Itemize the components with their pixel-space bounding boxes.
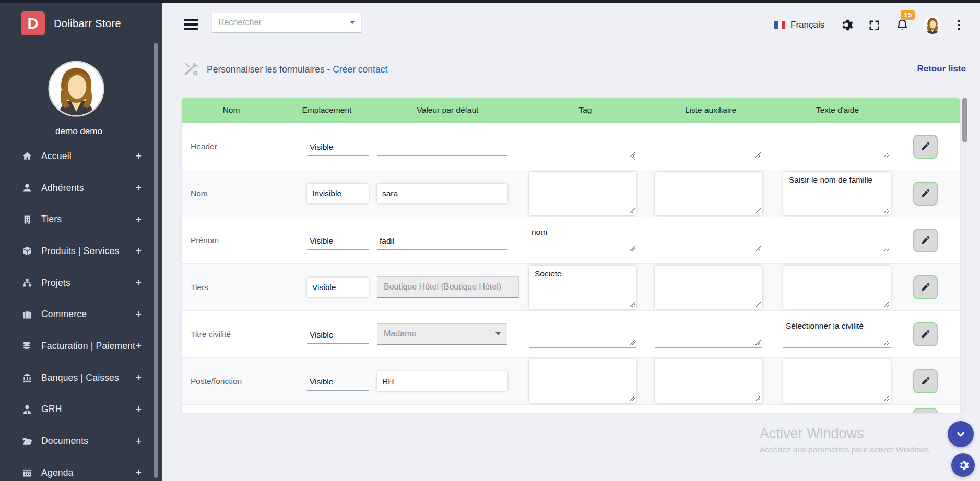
aux-list-textarea[interactable] (655, 226, 762, 254)
edit-button[interactable] (913, 275, 938, 299)
sitemap-icon (21, 278, 33, 288)
user-avatar-topbar[interactable] (923, 16, 942, 34)
expand-plus-icon[interactable]: + (135, 404, 142, 415)
edit-button[interactable] (913, 229, 938, 252)
table-scrollbar[interactable] (962, 98, 967, 413)
field-label: Poste/fonction (182, 377, 281, 386)
sidebar-item-accueil[interactable]: Accueil + (0, 140, 158, 172)
edit-button[interactable] (913, 369, 938, 393)
placement-input[interactable]: Invisible (307, 184, 369, 203)
default-value-select-disabled: Madame (377, 323, 507, 345)
expand-plus-icon[interactable]: + (135, 372, 142, 383)
sidebar-item-produits-services[interactable]: Produits | Services + (0, 235, 158, 267)
placement-input[interactable]: Visible (307, 278, 369, 297)
hamburger-menu-icon[interactable] (184, 19, 198, 30)
sidebar-item-projets[interactable]: Projets + (0, 267, 158, 299)
settings-fab[interactable] (951, 453, 975, 477)
expand-plus-icon[interactable]: + (135, 214, 142, 225)
creer-contact-link[interactable]: Créer contact (333, 64, 387, 75)
expand-plus-icon[interactable]: + (135, 467, 142, 478)
briefcase-icon (21, 309, 33, 320)
help-text-textarea[interactable] (783, 226, 891, 254)
french-flag-icon (774, 21, 786, 29)
tag-textarea[interactable]: nom (529, 226, 636, 254)
placement-input[interactable]: Visible (307, 137, 369, 156)
topbar-right-cluster: Français 15 (774, 14, 962, 37)
tag-textarea[interactable]: Societe (529, 266, 636, 309)
sidebar-item-banques[interactable]: Banques | Caisses + (0, 362, 158, 394)
sidebar-item-facturation[interactable]: Facturation | Paiement + (0, 330, 158, 362)
default-value-input[interactable]: sara (377, 184, 507, 203)
placement-input[interactable]: Visible (307, 325, 369, 344)
window-top-strip (0, 0, 980, 3)
back-to-list-link[interactable]: Retour liste (917, 64, 966, 74)
sidebar-item-agenda[interactable]: Agenda + (0, 457, 158, 481)
table-header-row: Nom Emplacement Valeur par dèfaut Tag Li… (182, 98, 960, 123)
global-search-combo[interactable] (211, 13, 362, 33)
tag-textarea[interactable] (529, 172, 636, 215)
sidebar-item-commerce[interactable]: Commerce + (0, 298, 158, 330)
edit-button[interactable] (913, 408, 938, 413)
expand-plus-icon[interactable]: + (135, 182, 142, 194)
expand-plus-icon[interactable]: + (135, 277, 142, 288)
edit-button[interactable] (913, 182, 938, 206)
expand-plus-icon[interactable]: + (135, 436, 142, 447)
fullscreen-icon[interactable] (868, 19, 880, 31)
sidebar-item-grh[interactable]: GRH + (0, 394, 158, 426)
notifications-bell-icon[interactable]: 15 (895, 18, 909, 32)
placement-input[interactable]: Visible (307, 372, 369, 391)
help-text-textarea[interactable]: Sélectionner la civilité (783, 320, 891, 348)
help-text-textarea[interactable] (783, 133, 891, 160)
aux-list-textarea[interactable] (655, 320, 762, 348)
help-text-textarea[interactable] (783, 266, 891, 309)
aux-list-textarea[interactable] (655, 172, 762, 215)
settings-gear-icon[interactable] (840, 18, 853, 32)
more-options-kebab-icon[interactable] (955, 19, 962, 32)
expand-plus-icon[interactable]: + (135, 309, 142, 320)
scroll-down-fab[interactable] (948, 421, 974, 447)
edit-button[interactable] (913, 135, 938, 159)
page-title: Personnaliser les formulaires - Créer co… (207, 64, 387, 75)
aux-list-textarea[interactable] (655, 133, 762, 160)
sidebar-item-tiers[interactable]: Tiers + (0, 203, 158, 235)
calendar-icon (21, 467, 33, 478)
default-value-input[interactable]: fadil (377, 231, 507, 250)
sidebar-item-adherents[interactable]: Adhérents + (0, 172, 158, 204)
tag-textarea[interactable] (529, 320, 636, 348)
expand-plus-icon[interactable]: + (135, 340, 142, 352)
home-icon (21, 151, 33, 161)
col-header-valeur: Valeur par dèfaut (373, 105, 523, 115)
col-header-tag: Tag (523, 105, 648, 115)
member-icon (21, 183, 33, 193)
user-avatar-large[interactable] (48, 61, 104, 117)
default-value-select-disabled: Boutique Hôtel (Boutique Hôtel) (377, 276, 519, 298)
search-input[interactable] (218, 18, 350, 27)
table-row: Prénom Visible fadil nom (182, 217, 960, 263)
edit-button[interactable] (913, 322, 938, 346)
expand-plus-icon[interactable]: + (135, 150, 142, 162)
select-caret-icon (495, 332, 501, 335)
tag-textarea[interactable] (529, 133, 636, 160)
sidebar-item-documents[interactable]: Documents + (0, 425, 158, 457)
default-value-input[interactable] (377, 137, 507, 156)
field-label: Titre civilité (182, 330, 281, 339)
expand-plus-icon[interactable]: + (135, 245, 142, 257)
aux-list-textarea[interactable] (655, 266, 762, 309)
tag-textarea[interactable] (529, 359, 636, 403)
default-value-input[interactable]: RH (377, 371, 507, 391)
brand[interactable]: D Dolibarr Store (21, 11, 121, 35)
windows-activation-watermark: Activer Windows Accédez aux paramètres p… (760, 426, 931, 454)
help-text-textarea[interactable]: Saisir le nom de famille (783, 172, 891, 215)
table-row: Nom Invisible sara Saisir le nom de fami… (182, 170, 960, 217)
field-label: Nom (182, 189, 281, 198)
help-text-textarea[interactable] (783, 359, 891, 403)
table-row: Titre civilité Visible Madame Sélectionn… (182, 310, 960, 357)
search-dropdown-caret-icon[interactable] (350, 21, 355, 24)
placement-input[interactable]: Visible (307, 231, 369, 250)
coins-icon (21, 341, 33, 351)
table-row: Tiers Visible Boutique Hôtel (Boutique H… (182, 263, 960, 310)
table-scrollbar-thumb[interactable] (962, 98, 967, 142)
sidebar-nav: Accueil + Adhérents + Tiers + Produits |… (0, 140, 158, 481)
aux-list-textarea[interactable] (655, 359, 762, 403)
language-label[interactable]: Français (790, 20, 824, 30)
